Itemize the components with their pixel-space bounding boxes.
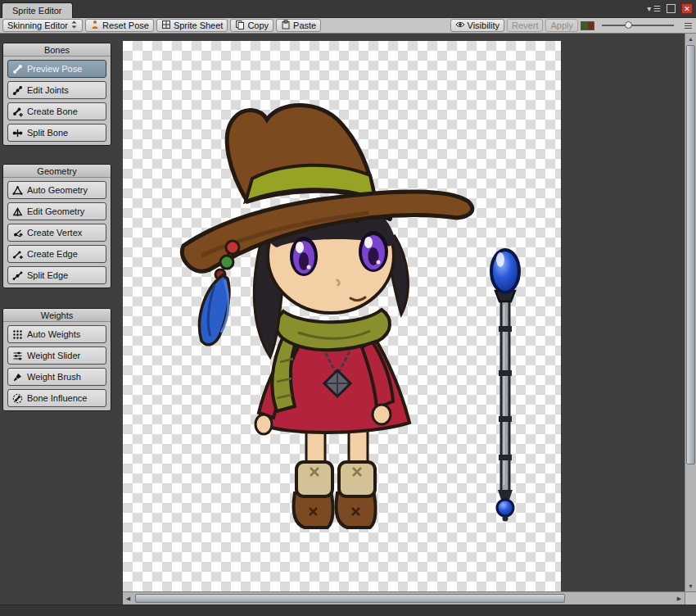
- updown-arrows-icon: [70, 20, 78, 31]
- zoom-slider[interactable]: [600, 19, 676, 32]
- toolbar-right-group: Visibility Revert Apply: [450, 19, 694, 32]
- skinning-editor-dropdown[interactable]: Skinning Editor: [2, 19, 83, 32]
- edit-joints-button[interactable]: Edit Joints: [7, 81, 106, 99]
- tab-title: Sprite Editor: [12, 6, 62, 16]
- weight-slider-icon: [12, 351, 23, 361]
- close-icon[interactable]: ✕: [681, 3, 693, 14]
- titlebar: Sprite Editor ▾ ☰ ✕: [0, 0, 696, 18]
- weight-brush-icon: [12, 372, 23, 383]
- reset-pose-icon: [90, 20, 100, 31]
- sprite-sheet-icon: [161, 20, 171, 31]
- sprite-canvas[interactable]: [123, 41, 561, 591]
- auto-weights-button[interactable]: Auto Weights: [7, 325, 106, 343]
- horizontal-scrollbar[interactable]: ◀ ▶: [123, 591, 685, 605]
- texture-preview-swatch[interactable]: [581, 21, 594, 30]
- toolbar: Skinning Editor Reset Pose Sprite Sheet …: [0, 18, 696, 34]
- preview-pose-icon: [12, 64, 23, 75]
- scroll-right-button[interactable]: ▶: [674, 593, 685, 605]
- sprite-sheet-button[interactable]: Sprite Sheet: [156, 19, 228, 32]
- auto-weights-icon: [12, 329, 23, 340]
- paste-button[interactable]: Paste: [276, 19, 321, 32]
- horizontal-scrollbar-thumb[interactable]: [135, 594, 565, 603]
- sprite-editor-window: Sprite Editor ▾ ☰ ✕ Skinning Editor Rese…: [0, 0, 696, 616]
- scroll-left-button[interactable]: ◀: [123, 593, 133, 605]
- witch-character: [182, 105, 472, 528]
- swatch-red-half: [588, 22, 594, 29]
- split-bone-button[interactable]: Split Bone: [7, 124, 106, 142]
- maximize-icon[interactable]: [667, 4, 676, 13]
- weight-slider-button[interactable]: Weight Slider: [7, 346, 106, 365]
- edit-joints-icon: [12, 85, 23, 96]
- weight-brush-button[interactable]: Weight Brush: [7, 368, 106, 386]
- split-edge-icon: [12, 270, 23, 281]
- swatch-green-half: [581, 22, 588, 29]
- staff: [491, 250, 519, 522]
- scroll-down-button[interactable]: ▼: [685, 581, 696, 591]
- scrollbar-corner: [685, 591, 696, 605]
- panel-weights-header: Weights: [3, 309, 111, 322]
- window-controls: ▾ ☰ ✕: [647, 3, 693, 14]
- panel-weights: Weights Auto Weights Weight Slider Weigh…: [2, 308, 111, 411]
- split-edge-button[interactable]: Split Edge: [7, 266, 106, 284]
- auto-geometry-icon: [12, 185, 23, 196]
- split-bone-icon: [12, 128, 23, 138]
- panel-bones: Bones Preview Pose Edit Joints Create Bo…: [2, 43, 111, 146]
- reset-pose-button[interactable]: Reset Pose: [85, 19, 154, 32]
- window-menu-icon[interactable]: ▾ ☰: [647, 4, 661, 14]
- auto-geometry-button[interactable]: Auto Geometry: [7, 181, 106, 199]
- scroll-up-button[interactable]: ▲: [685, 34, 696, 44]
- panel-bones-header: Bones: [3, 43, 111, 57]
- vertical-scrollbar[interactable]: ▲ ▼: [685, 34, 696, 591]
- apply-button[interactable]: Apply: [545, 19, 578, 32]
- create-bone-button[interactable]: Create Bone: [7, 102, 106, 120]
- zoom-slider-thumb[interactable]: [625, 21, 632, 29]
- tab-sprite-editor[interactable]: Sprite Editor: [2, 2, 73, 18]
- create-vertex-icon: [12, 228, 23, 238]
- panel-geometry: Geometry Auto Geometry Edit Geometry Cre…: [2, 164, 111, 288]
- create-edge-button[interactable]: Create Edge: [7, 245, 106, 263]
- paste-icon: [281, 20, 291, 31]
- create-edge-icon: [12, 249, 23, 260]
- scrollbar-corner-icon: [683, 20, 694, 31]
- preview-pose-button[interactable]: Preview Pose: [7, 60, 106, 78]
- copy-button[interactable]: Copy: [230, 19, 273, 32]
- revert-button[interactable]: Revert: [507, 19, 543, 32]
- visibility-button[interactable]: Visibility: [450, 19, 505, 32]
- edit-geometry-icon: [12, 206, 23, 217]
- bone-influence-icon: [12, 393, 23, 404]
- panel-geometry-header: Geometry: [3, 165, 111, 178]
- horizontal-scrollbar-row: ◀ ▶: [0, 591, 696, 605]
- create-bone-icon: [12, 106, 23, 117]
- window-bottom-strip: [0, 605, 696, 616]
- copy-icon: [235, 20, 245, 31]
- edit-geometry-button[interactable]: Edit Geometry: [7, 202, 106, 220]
- sprite-artwork: [123, 41, 561, 591]
- create-vertex-button[interactable]: Create Vertex: [7, 224, 106, 242]
- vertical-scrollbar-thumb[interactable]: [686, 45, 695, 464]
- main-area: Bones Preview Pose Edit Joints Create Bo…: [0, 34, 685, 591]
- eye-icon: [455, 20, 465, 31]
- bone-influence-button[interactable]: Bone Influence: [7, 389, 106, 407]
